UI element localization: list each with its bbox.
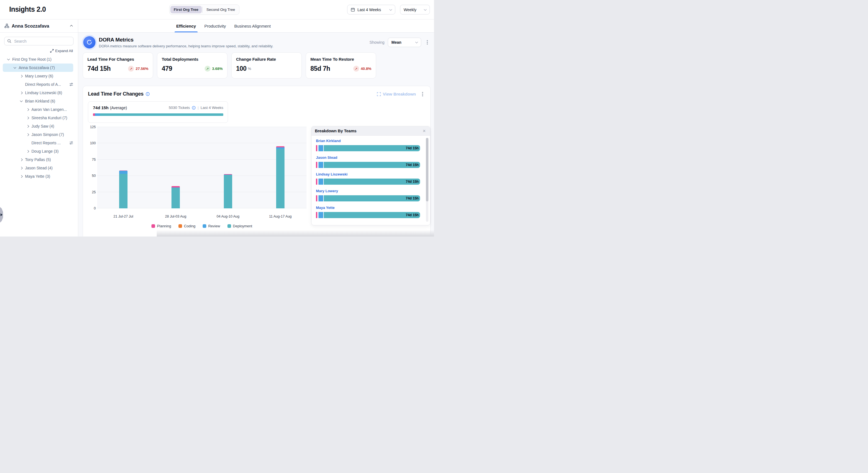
tree-node-label: Mary Lowery (6)	[25, 74, 53, 78]
bar-04-aug-10-aug[interactable]	[224, 174, 232, 208]
tree-node-anna-scozzafava-7[interactable]: Anna Scozzafava (7)	[3, 63, 73, 72]
toggle-second-org-tree[interactable]: Second Org Tree	[203, 6, 239, 13]
tab-productivity[interactable]: Productivity	[204, 20, 226, 32]
bar-11-aug-17-aug[interactable]	[276, 146, 284, 208]
expand-all-icon	[50, 49, 54, 53]
filter-sliders-icon[interactable]	[69, 141, 73, 145]
gridline	[97, 192, 307, 192]
tab-business-alignment[interactable]: Business Alignment	[234, 20, 271, 32]
tree-node-label: Brian Kirkland (6)	[25, 99, 55, 104]
team-name-link[interactable]: Maya Yette	[316, 206, 335, 210]
bar-segment-deployment	[119, 174, 127, 208]
dora-subtitle: DORA metrics measure software delivery p…	[99, 44, 366, 48]
bar-28-jul-03-aug[interactable]	[172, 186, 180, 208]
legend-item-coding[interactable]: Coding	[179, 224, 195, 228]
sidebar-expand-handle[interactable]	[0, 207, 3, 223]
chevron-right-icon[interactable]	[26, 150, 29, 152]
team-name-link[interactable]: Jason Stead	[316, 155, 337, 159]
team-lead-time-bar[interactable]: 74d 15h	[316, 195, 420, 201]
tree-node-first-org-tree-root-1[interactable]: First Org Tree Root (1)	[3, 55, 73, 63]
team-lead-time-bar[interactable]: 74d 15h	[316, 162, 420, 168]
tree-node-label: Sireesha Kunduri (7)	[31, 116, 67, 120]
team-lead-time-value: 74d 15h	[406, 146, 419, 150]
chevron-down-icon[interactable]	[13, 67, 17, 68]
tree-node-brian-kirkland-6[interactable]: Brian Kirkland (6)	[3, 97, 73, 105]
filter-sliders-icon[interactable]	[69, 83, 73, 86]
tree-node-lindsay-liszewski-8[interactable]: Lindsay Liszewski (8)	[3, 89, 73, 97]
summary-range: Last 4 Weeks	[200, 106, 223, 110]
team-lead-time-bar[interactable]: 74d 15h	[316, 212, 420, 218]
legend-label: Coding	[184, 224, 195, 228]
chart-legend: PlanningCodingReviewDeployment	[97, 224, 307, 228]
bar-segment-review	[318, 145, 323, 151]
chevron-down-icon[interactable]	[7, 59, 10, 60]
tree-node-direct-reports[interactable]: Direct Reports ...	[3, 139, 73, 147]
tree-node-mary-lowery-6[interactable]: Mary Lowery (6)	[3, 72, 73, 80]
aggregation-value: Mean	[392, 40, 413, 45]
tickets-count: 5030 Tickets	[169, 106, 190, 110]
date-range-select[interactable]: Last 4 Weeks	[347, 5, 395, 14]
x-axis-labels: 21 Jul-27 Jul28 Jul-03 Aug04 Aug-10 Aug1…	[97, 214, 307, 219]
dora-metrics-header: DORA Metrics DORA metrics measure softwa…	[78, 33, 434, 49]
team-lead-time-bar[interactable]: 74d 15h	[316, 179, 420, 185]
search-input[interactable]	[13, 39, 70, 44]
showing-label: Showing	[369, 40, 384, 45]
tree-node-jason-simpson-7[interactable]: Jason Simpson (7)	[3, 130, 73, 139]
tree-node-jason-stead-4[interactable]: Jason Stead (4)	[3, 164, 73, 172]
team-name-link[interactable]: Mary Lowery	[316, 189, 338, 193]
close-icon[interactable]: ×	[422, 128, 427, 134]
tree-node-sireesha-kunduri-7[interactable]: Sireesha Kunduri (7)	[3, 114, 73, 122]
trend-badge: ↗3.68%	[205, 66, 223, 71]
legend-item-review[interactable]: Review	[203, 224, 220, 228]
chevron-right-icon[interactable]	[26, 117, 29, 119]
chevron-right-icon[interactable]	[26, 125, 29, 127]
dora-title: DORA Metrics	[99, 37, 366, 43]
dora-menu-kebab-icon[interactable]	[427, 42, 428, 43]
lead-time-chart-card: Lead Time For Changes View Breakdown	[83, 86, 431, 237]
expand-all-button[interactable]: Expand All	[0, 46, 78, 54]
legend-item-deployment[interactable]: Deployment	[227, 224, 252, 228]
chevron-right-icon[interactable]	[20, 167, 23, 169]
toggle-first-org-tree[interactable]: First Org Tree	[170, 6, 202, 13]
chevron-right-icon[interactable]	[26, 109, 29, 111]
tree-node-aaron-van-langen[interactable]: Aaron Van Langen...	[3, 105, 73, 114]
tree-node-label: Lindsay Liszewski (8)	[25, 91, 62, 95]
team-lead-time-value: 74d 15h	[406, 180, 419, 184]
sidebar-collapse-button[interactable]	[69, 22, 73, 30]
scrollbar-thumb[interactable]	[426, 138, 428, 201]
chevron-right-icon[interactable]	[20, 75, 23, 77]
chart-menu-kebab-icon[interactable]	[422, 94, 423, 95]
team-entry-mary-lowery: Mary Lowery74d 15h	[316, 188, 420, 201]
breakdown-panel-title: Breakdown By Teams	[315, 129, 422, 133]
chevron-right-icon[interactable]	[20, 159, 23, 161]
bar-segment-review	[318, 162, 323, 168]
search-icon	[7, 39, 11, 43]
granularity-select[interactable]: Weekly	[400, 5, 430, 14]
tree-node-tony-pallas-5[interactable]: Tony Pallas (5)	[3, 155, 73, 164]
tree-node-judy-saw-4[interactable]: Judy Saw (4)	[3, 122, 73, 130]
info-icon[interactable]	[192, 106, 196, 110]
chevron-right-icon[interactable]	[26, 134, 29, 136]
legend-item-planning[interactable]: Planning	[151, 224, 171, 228]
breakdown-panel-header: Breakdown By Teams ×	[311, 126, 430, 136]
chevron-down-icon[interactable]	[20, 100, 23, 102]
chevron-right-icon[interactable]	[20, 176, 23, 177]
team-lead-time-bar[interactable]: 74d 15h	[316, 145, 420, 151]
view-breakdown-button[interactable]: View Breakdown	[377, 92, 416, 96]
chevron-right-icon[interactable]	[20, 92, 23, 94]
tree-node-direct-reports-of-a[interactable]: Direct Reports of A...	[3, 80, 73, 89]
tree-node-doug-lange-3[interactable]: Doug Lange (3)	[3, 147, 73, 155]
date-range-value: Last 4 Weeks	[358, 7, 387, 12]
tab-efficiency[interactable]: Efficiency	[176, 20, 196, 32]
bar-segment-planning	[316, 145, 317, 151]
tree-node-label: Maya Yette (3)	[25, 174, 50, 179]
trend-arrow-icon: ↗	[205, 66, 211, 71]
tree-node-maya-yette-3[interactable]: Maya Yette (3)	[3, 172, 73, 180]
tree-node-label: Direct Reports of A...	[25, 82, 61, 87]
aggregation-select[interactable]: Mean	[388, 38, 421, 47]
info-icon[interactable]	[146, 92, 150, 96]
bar-21-jul-27-jul[interactable]	[119, 171, 127, 208]
team-name-link[interactable]: Lindsay Liszewski	[316, 172, 347, 176]
y-tick-label: 50	[92, 174, 96, 178]
team-name-link[interactable]: Brian Kirkland	[316, 139, 341, 143]
